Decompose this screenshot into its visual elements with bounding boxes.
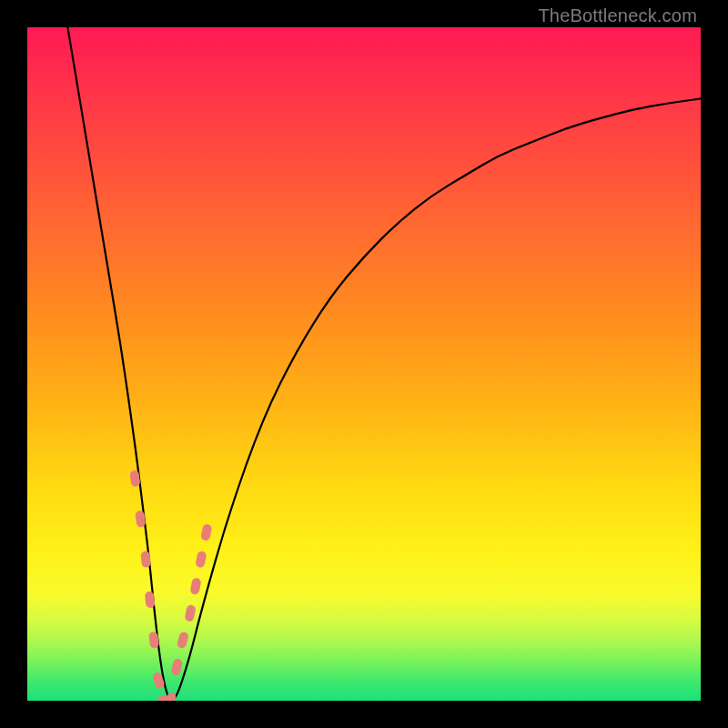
curve-marker (170, 658, 183, 676)
curve-marker (184, 604, 196, 622)
curve-svg (27, 27, 701, 701)
curve-marker (200, 523, 212, 541)
watermark-label: TheBottleneck.com (538, 5, 697, 26)
chart-frame: TheBottleneck.com (0, 0, 728, 728)
curve-marker (195, 551, 207, 569)
bottleneck-curve (67, 27, 701, 701)
curve-marker (140, 551, 151, 568)
curve-marker (177, 631, 189, 649)
curve-marker (189, 577, 201, 595)
plot-background (27, 27, 701, 701)
